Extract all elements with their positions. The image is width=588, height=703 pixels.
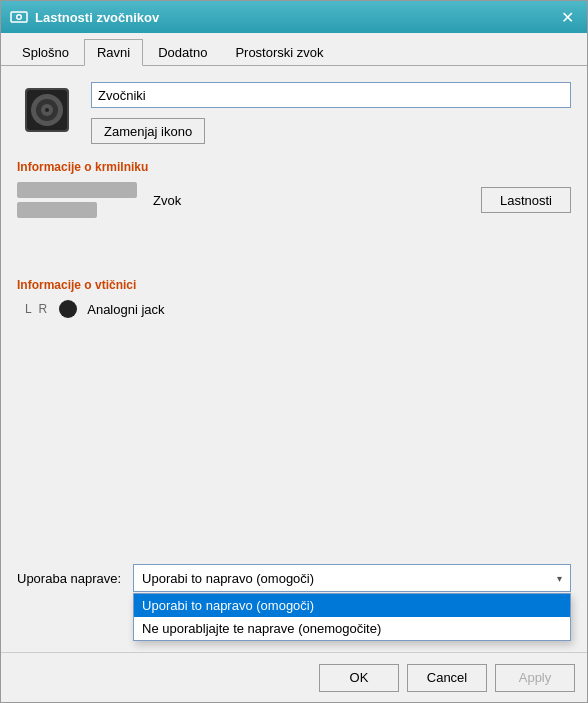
device-icon (17, 82, 77, 137)
controller-properties-button[interactable]: Lastnosti (481, 187, 571, 213)
tab-bar: Splošno Ravni Dodatno Prostorski zvok (1, 33, 587, 66)
jack-dot (59, 300, 77, 318)
device-header: Zamenjaj ikono (17, 82, 571, 144)
usage-section: Uporaba naprave: Uporabi to napravo (omo… (17, 564, 571, 592)
replace-icon-button[interactable]: Zamenjaj ikono (91, 118, 205, 144)
close-button[interactable]: ✕ (555, 5, 579, 29)
controller-row: Zvok Lastnosti (17, 182, 571, 218)
window-title: Lastnosti zvočnikov (35, 10, 555, 25)
dropdown-item-disable[interactable]: Ne uporabljajte te naprave (onemogočite) (134, 617, 570, 640)
device-name-input[interactable] (91, 82, 571, 108)
controller-info (17, 182, 137, 218)
controller-left: Zvok (17, 182, 181, 218)
jack-lr-text: L R (25, 302, 49, 316)
svg-point-8 (45, 108, 49, 112)
device-name-section: Zamenjaj ikono (91, 82, 571, 144)
cancel-button[interactable]: Cancel (407, 664, 487, 692)
tab-dodatno[interactable]: Dodatno (145, 39, 220, 65)
jack-row: L R Analogni jack (17, 300, 571, 318)
usage-dropdown-popup: Uporabi to napravo (omogoči) Ne uporablj… (133, 593, 571, 641)
tab-ravni[interactable]: Ravni (84, 39, 143, 66)
jack-section: Informacije o vtičnici L R Analogni jack (17, 278, 571, 318)
controller-bar-1 (17, 182, 137, 198)
controller-bar-2 (17, 202, 97, 218)
footer: OK Cancel Apply (1, 652, 587, 702)
usage-dropdown-display[interactable]: Uporabi to napravo (omogoči) ▾ (133, 564, 571, 592)
ok-button[interactable]: OK (319, 664, 399, 692)
main-content: Zamenjaj ikono Informacije o krmilniku Z… (1, 66, 587, 652)
dropdown-arrow-icon: ▾ (557, 573, 562, 584)
controller-section: Informacije o krmilniku Zvok Lastnosti (17, 160, 571, 218)
tab-prostorski[interactable]: Prostorski zvok (222, 39, 336, 65)
usage-label: Uporaba naprave: (17, 571, 121, 586)
jack-label: Analogni jack (87, 302, 164, 317)
dropdown-container: Uporabi to napravo (omogoči) ▾ Uporabi t… (133, 564, 571, 592)
dialog-window: Lastnosti zvočnikov ✕ Splošno Ravni Doda… (0, 0, 588, 703)
apply-button[interactable]: Apply (495, 664, 575, 692)
controller-section-label: Informacije o krmilniku (17, 160, 571, 174)
jack-section-label: Informacije o vtičnici (17, 278, 571, 292)
window-icon (9, 7, 29, 27)
usage-row: Uporaba naprave: Uporabi to napravo (omo… (17, 564, 571, 592)
tab-splosno[interactable]: Splošno (9, 39, 82, 65)
dropdown-item-enable[interactable]: Uporabi to napravo (omogoči) (134, 594, 570, 617)
usage-dropdown-value: Uporabi to napravo (omogoči) (142, 571, 553, 586)
svg-point-2 (18, 16, 21, 19)
title-bar: Lastnosti zvočnikov ✕ (1, 1, 587, 33)
controller-name: Zvok (153, 193, 181, 208)
